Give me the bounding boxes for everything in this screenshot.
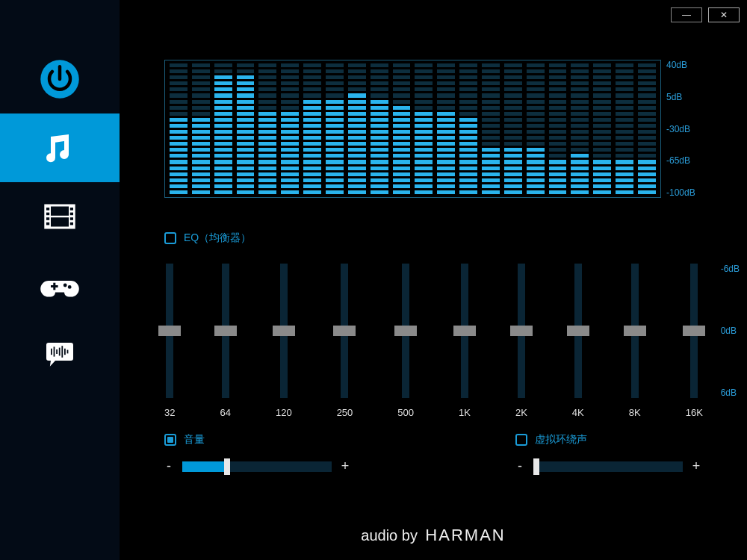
gamepad-icon — [37, 263, 82, 308]
surround-slider[interactable] — [533, 461, 683, 472]
eq-slider-thumb[interactable] — [510, 326, 533, 336]
voice-bubble-icon — [37, 332, 82, 376]
surround-checkbox[interactable] — [515, 434, 527, 446]
svg-point-15 — [63, 284, 67, 287]
db-label: 0dB — [721, 326, 740, 336]
footer-brand: audio by HARMAN — [120, 526, 747, 545]
svg-rect-23 — [67, 350, 69, 354]
eq-slider-8K[interactable]: 8K — [629, 264, 641, 418]
eq-slider-thumb[interactable] — [273, 326, 295, 336]
eq-db-labels: -6dB 0dB 6dB — [721, 264, 740, 398]
spectrum-bar — [170, 63, 187, 194]
volume-slider-thumb[interactable] — [224, 458, 230, 475]
spectrum-bar — [459, 63, 477, 194]
eq-slider-120[interactable]: 120 — [276, 264, 292, 418]
eq-slider-2K[interactable]: 2K — [515, 264, 527, 418]
sidebar-item-game[interactable] — [0, 251, 120, 320]
eq-freq-label: 4K — [572, 407, 584, 418]
svg-rect-6 — [46, 217, 49, 220]
spectrum-bar — [504, 63, 522, 194]
eq-freq-label: 64 — [220, 407, 230, 418]
music-icon — [37, 125, 82, 170]
surround-plus[interactable]: + — [692, 458, 701, 474]
film-icon — [37, 194, 82, 239]
volume-minus[interactable]: - — [164, 458, 173, 474]
spectrum-bar — [616, 63, 633, 194]
volume-control: 音量 - + — [164, 433, 381, 474]
eq-slider-thumb[interactable] — [683, 326, 705, 336]
spectrum-bar — [393, 63, 411, 194]
eq-freq-label: 16K — [686, 407, 703, 418]
spectrum-bar — [593, 63, 611, 194]
eq-slider-32[interactable]: 32 — [164, 264, 175, 418]
volume-slider[interactable] — [182, 461, 332, 472]
eq-slider-4K[interactable]: 4K — [572, 264, 584, 418]
eq-freq-label: 500 — [397, 407, 414, 418]
sidebar-item-music[interactable] — [0, 113, 120, 182]
power-icon — [39, 58, 81, 100]
spectrum-bar — [437, 63, 455, 194]
sidebar-item-voice[interactable] — [0, 320, 120, 388]
svg-rect-22 — [64, 349, 66, 355]
eq-slider-thumb[interactable] — [394, 326, 417, 336]
footer-brand-name: HARMAN — [425, 526, 505, 544]
eq-freq-label: 2K — [515, 407, 527, 418]
surround-label: 虚拟环绕声 — [535, 433, 587, 447]
svg-rect-19 — [56, 349, 58, 354]
spectrum-bar — [192, 63, 210, 194]
eq-freq-label: 120 — [276, 407, 292, 418]
eq-slider-thumb[interactable] — [214, 326, 237, 336]
eq-freq-label: 250 — [337, 407, 353, 418]
sidebar-item-power[interactable] — [0, 45, 120, 113]
svg-rect-10 — [70, 217, 73, 220]
volume-checkbox[interactable] — [164, 434, 176, 446]
eq-section: EQ（均衡器） -6dB 0dB 6dB 32641202505001K2K4K… — [164, 231, 747, 418]
eq-freq-label: 8K — [629, 407, 641, 418]
spectrum-db-labels: 40dB 5dB -30dB -65dB -100dB — [666, 60, 702, 198]
eq-slider-250[interactable]: 250 — [337, 264, 353, 418]
eq-slider-thumb[interactable] — [453, 326, 476, 336]
db-label: -65dB — [666, 155, 702, 166]
svg-rect-14 — [53, 283, 55, 290]
svg-point-16 — [68, 285, 72, 289]
footer-prefix: audio by — [361, 527, 418, 544]
spectrum-bar — [281, 63, 299, 194]
spectrum-bar — [348, 63, 366, 194]
eq-checkbox[interactable] — [164, 232, 176, 244]
svg-rect-8 — [70, 208, 73, 211]
db-label: 6dB — [721, 388, 740, 398]
svg-rect-11 — [70, 223, 73, 225]
spectrum-bar — [214, 63, 232, 194]
volume-plus[interactable]: + — [341, 458, 350, 474]
spectrum-bar — [482, 63, 500, 194]
svg-rect-9 — [70, 213, 73, 216]
db-label: 40dB — [666, 60, 702, 70]
svg-rect-21 — [61, 346, 63, 358]
svg-rect-4 — [46, 208, 49, 211]
eq-slider-16K[interactable]: 16K — [686, 264, 703, 418]
sidebar — [0, 0, 120, 560]
eq-slider-thumb[interactable] — [567, 326, 589, 336]
eq-slider-64[interactable]: 64 — [220, 264, 230, 418]
eq-slider-500[interactable]: 500 — [397, 264, 414, 418]
sidebar-item-video[interactable] — [0, 182, 120, 251]
eq-slider-thumb[interactable] — [624, 326, 646, 336]
eq-label: EQ（均衡器） — [184, 231, 251, 245]
spectrum-bar — [549, 63, 567, 194]
surround-slider-thumb[interactable] — [533, 458, 539, 475]
eq-slider-thumb[interactable] — [333, 326, 356, 336]
svg-rect-20 — [59, 348, 61, 356]
surround-minus[interactable]: - — [515, 458, 524, 474]
svg-rect-18 — [54, 346, 55, 356]
eq-slider-1K[interactable]: 1K — [459, 264, 471, 418]
eq-freq-label: 32 — [164, 407, 175, 418]
spectrum-bar — [571, 63, 589, 194]
eq-slider-thumb[interactable] — [158, 326, 181, 336]
svg-rect-7 — [46, 223, 49, 225]
spectrum-bar — [303, 63, 321, 194]
main-panel: 40dB 5dB -30dB -65dB -100dB EQ（均衡器） -6dB… — [120, 0, 747, 560]
svg-rect-17 — [51, 349, 52, 355]
svg-rect-5 — [46, 213, 49, 216]
db-label: -6dB — [721, 264, 740, 274]
volume-label: 音量 — [184, 433, 205, 447]
